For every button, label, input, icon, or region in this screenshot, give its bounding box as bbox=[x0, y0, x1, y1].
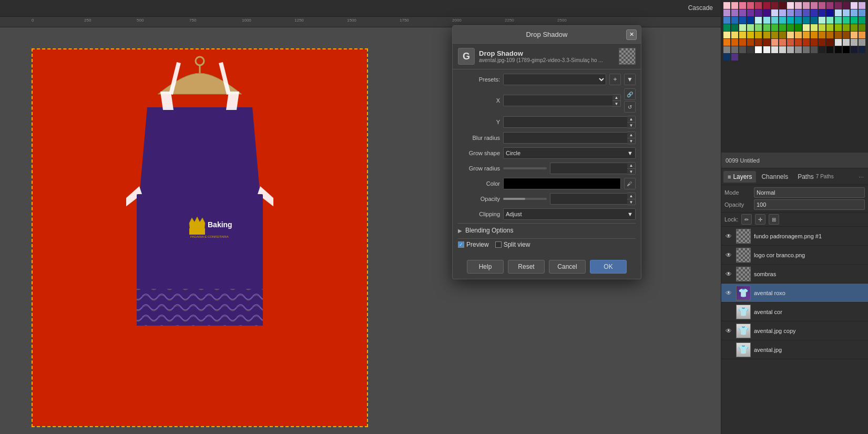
opacity-spin-down[interactable]: ▼ bbox=[627, 199, 635, 205]
reset-button[interactable]: Reset bbox=[508, 260, 545, 274]
layer-visibility-toggle[interactable]: 👁 bbox=[724, 327, 733, 335]
color-swatch-btn[interactable] bbox=[503, 178, 621, 189]
swatch-cell[interactable] bbox=[851, 32, 857, 38]
swatch-cell[interactable] bbox=[771, 24, 778, 31]
y-input[interactable]: 20,000 bbox=[503, 116, 627, 128]
layer-visibility-toggle[interactable] bbox=[724, 308, 733, 316]
tab-paths[interactable]: Paths 7 Paths bbox=[793, 171, 838, 183]
swatch-cell[interactable] bbox=[803, 17, 810, 24]
swatch-cell[interactable] bbox=[811, 2, 818, 9]
blur-spin-up[interactable]: ▲ bbox=[627, 132, 635, 138]
y-spin-up[interactable]: ▲ bbox=[627, 116, 635, 122]
swatch-cell[interactable] bbox=[787, 17, 794, 24]
preview-checkbox[interactable]: ✓ bbox=[458, 241, 464, 248]
swatch-cell[interactable] bbox=[826, 32, 833, 38]
swatch-cell[interactable] bbox=[731, 39, 738, 46]
swatch-cell[interactable] bbox=[723, 24, 730, 31]
swatch-cell[interactable] bbox=[739, 2, 746, 9]
layer-item[interactable]: 👁sombras bbox=[721, 265, 868, 284]
drop-shadow-dialog[interactable]: Drop Shadow ✕ G Drop Shadow avental.jpg-… bbox=[452, 25, 641, 279]
layer-item[interactable]: 👁logo cor branco.png bbox=[721, 246, 868, 265]
swatch-cell[interactable] bbox=[755, 24, 762, 31]
ok-button[interactable]: OK bbox=[590, 260, 627, 274]
swatch-cell[interactable] bbox=[835, 9, 842, 16]
swatch-cell[interactable] bbox=[755, 39, 762, 46]
swatch-cell[interactable] bbox=[723, 39, 730, 46]
grow-shape-select[interactable]: Circle ▼ bbox=[503, 147, 636, 159]
x-spin-down[interactable]: ▼ bbox=[612, 100, 620, 106]
swatch-cell[interactable] bbox=[795, 32, 802, 38]
blur-input[interactable]: 10,00 bbox=[503, 132, 627, 144]
swatch-cell[interactable] bbox=[826, 17, 833, 24]
y-spin-down[interactable]: ▼ bbox=[627, 122, 635, 128]
swatch-cell[interactable] bbox=[859, 32, 865, 38]
layer-visibility-toggle[interactable] bbox=[724, 346, 733, 354]
swatch-cell[interactable] bbox=[851, 17, 857, 24]
swatch-cell[interactable] bbox=[739, 9, 746, 16]
swatch-cell[interactable] bbox=[723, 54, 730, 60]
swatch-cell[interactable] bbox=[795, 2, 802, 9]
swatch-cell[interactable] bbox=[843, 2, 850, 9]
swatch-cell[interactable] bbox=[835, 17, 842, 24]
swatch-cell[interactable] bbox=[771, 17, 778, 24]
swatch-cell[interactable] bbox=[739, 46, 746, 53]
swatch-cell[interactable] bbox=[835, 24, 842, 31]
swatch-cell[interactable] bbox=[843, 32, 850, 38]
swatch-cell[interactable] bbox=[819, 39, 825, 46]
layer-item[interactable]: 👁👕avental roxo bbox=[721, 284, 868, 302]
swatch-cell[interactable] bbox=[731, 2, 738, 9]
blur-spin-down[interactable]: ▼ bbox=[627, 138, 635, 144]
lock-all-btn[interactable]: ⊞ bbox=[769, 214, 779, 225]
lock-position-btn[interactable]: ✛ bbox=[755, 214, 765, 225]
swatch-cell[interactable] bbox=[851, 39, 857, 46]
swatch-cell[interactable] bbox=[747, 24, 754, 31]
swatch-cell[interactable] bbox=[787, 39, 794, 46]
swatch-cell[interactable] bbox=[747, 2, 754, 9]
swatch-cell[interactable] bbox=[771, 39, 778, 46]
help-button[interactable]: Help bbox=[467, 260, 504, 274]
swatch-cell[interactable] bbox=[763, 39, 770, 46]
cancel-button[interactable]: Cancel bbox=[549, 260, 586, 274]
swatch-cell[interactable] bbox=[835, 2, 842, 9]
swatch-cell[interactable] bbox=[803, 46, 810, 53]
layer-item[interactable]: 👁fundo padronagem.png #1 bbox=[721, 227, 868, 246]
blending-expand-arrow[interactable]: ▶ bbox=[458, 228, 462, 234]
swatch-cell[interactable] bbox=[763, 24, 770, 31]
swatch-cell[interactable] bbox=[819, 32, 825, 38]
swatch-cell[interactable] bbox=[763, 46, 770, 53]
swatch-cell[interactable] bbox=[739, 17, 746, 24]
swatch-cell[interactable] bbox=[819, 17, 825, 24]
swatch-cell[interactable] bbox=[803, 24, 810, 31]
swatch-cell[interactable] bbox=[723, 32, 730, 38]
swatch-cell[interactable] bbox=[826, 24, 833, 31]
swatch-cell[interactable] bbox=[819, 9, 825, 16]
grow-radius-spin-up[interactable]: ▲ bbox=[627, 163, 635, 168]
mode-input[interactable] bbox=[754, 187, 865, 198]
layer-visibility-toggle[interactable]: 👁 bbox=[724, 251, 733, 259]
swatch-cell[interactable] bbox=[771, 9, 778, 16]
swatch-cell[interactable] bbox=[795, 17, 802, 24]
swatch-cell[interactable] bbox=[851, 2, 857, 9]
swatch-cell[interactable] bbox=[843, 9, 850, 16]
split-view-wrap[interactable]: Split view bbox=[495, 241, 530, 248]
swatch-cell[interactable] bbox=[731, 32, 738, 38]
swatch-cell[interactable] bbox=[819, 24, 825, 31]
swatch-cell[interactable] bbox=[851, 24, 857, 31]
swatch-cell[interactable] bbox=[811, 46, 818, 53]
swatch-cell[interactable] bbox=[723, 2, 730, 9]
swatch-cell[interactable] bbox=[739, 32, 746, 38]
swatch-cell[interactable] bbox=[755, 32, 762, 38]
swatch-cell[interactable] bbox=[787, 46, 794, 53]
dialog-titlebar[interactable]: Drop Shadow ✕ bbox=[453, 26, 641, 44]
swatch-cell[interactable] bbox=[826, 9, 833, 16]
x-chain-btn[interactable]: 🔗 bbox=[624, 88, 636, 100]
swatch-cell[interactable] bbox=[795, 9, 802, 16]
x-input[interactable]: 20,000 bbox=[503, 95, 612, 106]
swatch-cell[interactable] bbox=[747, 39, 754, 46]
swatch-cell[interactable] bbox=[795, 46, 802, 53]
swatch-cell[interactable] bbox=[779, 9, 786, 16]
swatch-cell[interactable] bbox=[835, 32, 842, 38]
swatch-cell[interactable] bbox=[843, 24, 850, 31]
layer-visibility-toggle[interactable]: 👁 bbox=[724, 289, 733, 297]
lock-pixel-btn[interactable]: ✏ bbox=[741, 214, 752, 225]
